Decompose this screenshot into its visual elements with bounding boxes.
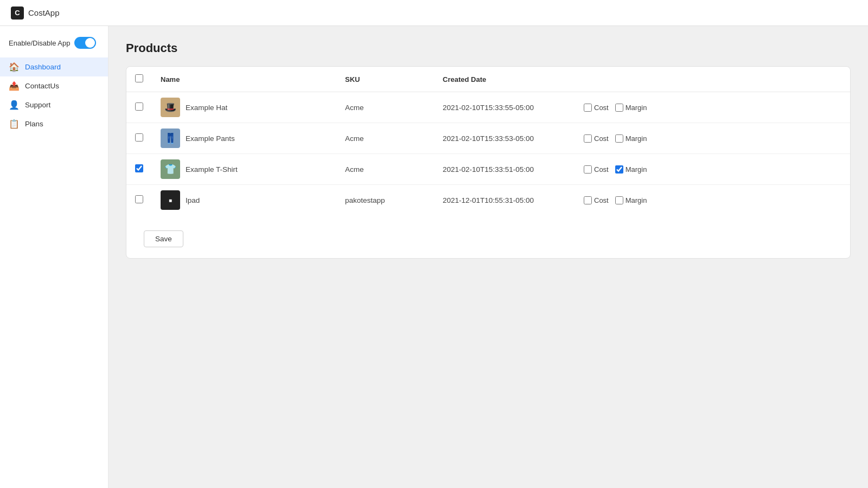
sidebar-item-support[interactable]: 👤 Support — [0, 95, 108, 114]
cost-checkbox-pants[interactable] — [584, 134, 592, 143]
product-name-label-ipad: Ipad — [186, 196, 200, 204]
products-table: Name SKU Created Date — [126, 67, 850, 215]
main-layout: Enable/Disable App 🏠 Dashboard 📤 Contact… — [0, 26, 868, 488]
home-icon: 🏠 — [9, 62, 20, 72]
row-date-ipad: 2021-12-01T10:55:31-05:00 — [434, 185, 575, 216]
margin-label-tshirt[interactable]: Margin — [615, 165, 647, 174]
row-name-cell-tshirt: 👕 Example T-Shirt — [152, 154, 336, 185]
margin-label-hat[interactable]: Margin — [615, 104, 647, 112]
product-name-tshirt: 👕 Example T-Shirt — [161, 159, 328, 179]
row-name-cell-pants: 👖 Example Pants — [152, 123, 336, 154]
table-row: 👕 Example T-Shirt Acme 2021-02-10T15:33:… — [126, 154, 850, 185]
margin-checkbox-hat[interactable] — [615, 104, 623, 112]
row-sku-ipad: pakotestapp — [336, 185, 434, 216]
sidebar-item-label-contactus: ContactUs — [25, 82, 59, 90]
plans-icon: 📋 — [9, 119, 20, 129]
toggle-thumb — [85, 38, 95, 48]
margin-checkbox-tshirt[interactable] — [615, 165, 623, 174]
thumb-shirt: 👕 — [161, 159, 180, 179]
contactus-icon: 📤 — [9, 81, 20, 91]
margin-label-pants[interactable]: Margin — [615, 134, 647, 143]
main-content: Products Name SKU Created Date — [108, 26, 868, 488]
cost-label-ipad[interactable]: Cost — [584, 196, 609, 204]
row-checkbox-cell — [126, 92, 152, 123]
product-name-hat: 🎩 Example Hat — [161, 98, 328, 117]
cost-checkbox-hat[interactable] — [584, 104, 592, 112]
cost-margin-tshirt: Cost Margin — [584, 165, 841, 174]
select-all-checkbox[interactable] — [135, 74, 143, 82]
row-checkbox-cell — [126, 185, 152, 216]
row-name-cell-hat: 🎩 Example Hat — [152, 92, 336, 123]
sidebar-item-label-plans: Plans — [25, 120, 43, 128]
row-sku-pants: Acme — [336, 123, 434, 154]
row-sku-hat: Acme — [336, 92, 434, 123]
app-title: CostApp — [28, 8, 60, 17]
thumb-hat: 🎩 — [161, 98, 180, 117]
row-options-ipad: Cost Margin — [575, 185, 850, 216]
header-checkbox — [126, 67, 152, 92]
table-row: 🎩 Example Hat Acme 2021-02-10T15:33:55-0… — [126, 92, 850, 123]
table-row: ■ Ipad pakotestapp 2021-12-01T10:55:31-0… — [126, 185, 850, 216]
row-options-pants: Cost Margin — [575, 123, 850, 154]
row-sku-tshirt: Acme — [336, 154, 434, 185]
cost-margin-pants: Cost Margin — [584, 134, 841, 143]
margin-label-ipad[interactable]: Margin — [615, 196, 647, 204]
sidebar-item-label-support: Support — [25, 101, 50, 109]
toggle-track — [74, 37, 96, 49]
sidebar: Enable/Disable App 🏠 Dashboard 📤 Contact… — [0, 26, 108, 488]
sidebar-item-plans[interactable]: 📋 Plans — [0, 114, 108, 133]
header-name: Name — [152, 67, 336, 92]
row-checkbox-hat[interactable] — [135, 102, 143, 111]
row-date-tshirt: 2021-02-10T15:33:51-05:00 — [434, 154, 575, 185]
save-button-container: Save — [126, 215, 850, 247]
header-created-date: Created Date — [434, 67, 575, 92]
cost-margin-ipad: Cost Margin — [584, 196, 841, 204]
row-options-hat: Cost Margin — [575, 92, 850, 123]
cost-label-hat[interactable]: Cost — [584, 104, 609, 112]
app-wrapper: C CostApp Enable/Disable App 🏠 Dashboard… — [0, 0, 868, 488]
cost-label-pants[interactable]: Cost — [584, 134, 609, 143]
sidebar-item-dashboard[interactable]: 🏠 Dashboard — [0, 57, 108, 76]
row-checkbox-cell — [126, 154, 152, 185]
sidebar-item-label-dashboard: Dashboard — [25, 63, 61, 71]
thumb-pants: 👖 — [161, 129, 180, 148]
product-name-pants: 👖 Example Pants — [161, 129, 328, 148]
product-name-label-tshirt: Example T-Shirt — [186, 165, 238, 174]
product-name-label-hat: Example Hat — [186, 104, 227, 112]
product-name-label-pants: Example Pants — [186, 134, 235, 143]
app-logo: C — [11, 7, 24, 20]
table-row: 👖 Example Pants Acme 2021-02-10T15:33:53… — [126, 123, 850, 154]
thumb-ipad: ■ — [161, 190, 180, 210]
cost-margin-hat: Cost Margin — [584, 104, 841, 112]
row-name-cell-ipad: ■ Ipad — [152, 185, 336, 216]
page-title: Products — [126, 41, 851, 55]
cost-checkbox-tshirt[interactable] — [584, 165, 592, 174]
row-checkbox-tshirt[interactable] — [135, 164, 143, 172]
row-options-tshirt: Cost Margin — [575, 154, 850, 185]
support-icon: 👤 — [9, 100, 20, 110]
enable-disable-label: Enable/Disable App — [9, 39, 70, 47]
header-sku: SKU — [336, 67, 434, 92]
save-button[interactable]: Save — [144, 230, 183, 247]
header-options — [575, 67, 850, 92]
top-bar: C CostApp — [0, 0, 868, 26]
products-table-card: Name SKU Created Date — [126, 66, 851, 259]
row-date-pants: 2021-02-10T15:33:53-05:00 — [434, 123, 575, 154]
cost-checkbox-ipad[interactable] — [584, 196, 592, 204]
row-checkbox-pants[interactable] — [135, 133, 143, 142]
margin-checkbox-pants[interactable] — [615, 134, 623, 143]
row-date-hat: 2021-02-10T15:33:55-05:00 — [434, 92, 575, 123]
enable-disable-row: Enable/Disable App — [0, 37, 108, 57]
cost-label-tshirt[interactable]: Cost — [584, 165, 609, 174]
enable-disable-toggle[interactable] — [74, 37, 96, 49]
table-header-row: Name SKU Created Date — [126, 67, 850, 92]
row-checkbox-cell — [126, 123, 152, 154]
sidebar-item-contactus[interactable]: 📤 ContactUs — [0, 76, 108, 95]
product-name-ipad: ■ Ipad — [161, 190, 328, 210]
margin-checkbox-ipad[interactable] — [615, 196, 623, 204]
row-checkbox-ipad[interactable] — [135, 195, 143, 203]
